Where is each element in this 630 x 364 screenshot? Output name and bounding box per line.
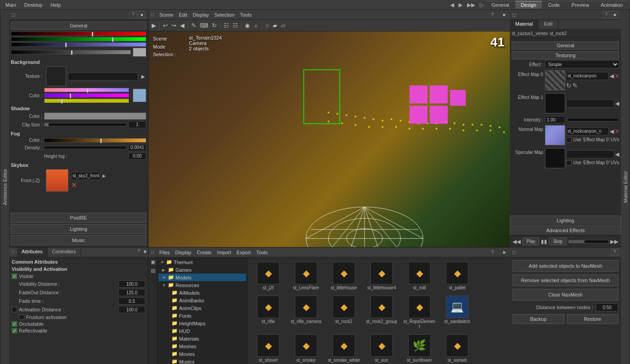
scene-menu-display[interactable]: Display (193, 12, 209, 18)
frustum-checkbox[interactable] (19, 315, 24, 320)
map0-reload-icon[interactable]: ↻ (566, 82, 572, 89)
pb-last-icon[interactable]: ▶▶ (610, 238, 618, 245)
tree-aimodels[interactable]: 📁 AIModels (158, 289, 246, 297)
fog-color-bar[interactable] (44, 138, 146, 143)
tree-movies[interactable]: 📁 Movies (158, 350, 246, 358)
ambience-close-btn[interactable]: ■ (138, 11, 145, 18)
nav-play-icon[interactable]: ▶ (457, 1, 464, 9)
stop-button[interactable]: Stop (549, 238, 567, 245)
color-bar-2[interactable] (44, 93, 129, 98)
tab-code[interactable]: Code (543, 1, 565, 9)
tree-hud[interactable]: 📁 HUD (158, 327, 246, 335)
file-st_shovel[interactable]: ◆ st_shovel (250, 333, 286, 364)
scene-menu-scene[interactable]: Scene (159, 12, 173, 18)
snap-icon[interactable]: ☷ (231, 22, 239, 29)
clip-size-value[interactable]: 1 (128, 121, 146, 128)
normal-map-arrow[interactable]: ◀ (610, 128, 614, 135)
menu-help[interactable]: Help (47, 1, 64, 9)
green-bar[interactable] (11, 37, 146, 41)
tree-fonts[interactable]: 📁 Fonts (158, 312, 246, 319)
file-st_pallet[interactable]: ◆ st_pallet (439, 260, 475, 292)
skybox-delete-btn[interactable]: ✕ (71, 181, 107, 189)
file-st_rock2[interactable]: ◆ st_rock2 (326, 294, 362, 331)
file-st_rifle_camera[interactable]: ◆ st_rifle_camera (288, 294, 324, 331)
de-strip-icon[interactable]: ▣ (151, 259, 155, 265)
effect-map1-value[interactable] (566, 99, 614, 108)
de-menu-tools[interactable]: Tools (256, 250, 268, 255)
specular-map-arrow[interactable]: ◀ (615, 151, 619, 157)
file-st_RopeElement[interactable]: ◆ st_RopeElement (401, 294, 437, 331)
tree-games[interactable]: ▶ 📁 Games (158, 266, 246, 274)
tree-heightmaps[interactable]: 📁 HeightMaps (158, 319, 246, 327)
shadow-color-bar[interactable] (44, 112, 146, 120)
texture-field[interactable] (68, 72, 138, 81)
file-st_littlehouse4[interactable]: ◆ st_littlehouse4 (364, 260, 400, 292)
paint-icon[interactable]: ✎ (190, 22, 198, 29)
grid-icon[interactable]: ☷ (222, 22, 230, 29)
tree-meshes[interactable]: 📁 Meshes (158, 342, 246, 350)
density-value[interactable]: 0.0041 (128, 144, 146, 151)
wire-icon[interactable]: ▱ (279, 22, 287, 29)
skybox-value[interactable]: st_sky2_front (71, 172, 100, 180)
specular-map-uv-checkbox[interactable] (566, 160, 572, 166)
map0-edit-icon[interactable]: ✎ (572, 82, 578, 89)
nav-prev-icon[interactable]: ◀ (449, 1, 455, 9)
tree-materials[interactable]: 📁 Materials (158, 335, 246, 342)
navmesh-remove-btn[interactable]: Remove selected objects from NavMesh (513, 274, 618, 286)
tab-preview[interactable]: Preview (566, 1, 594, 9)
attrs-close-btn[interactable]: ■ (142, 247, 148, 257)
scene-menu-edit[interactable]: Edit (179, 12, 187, 18)
effect-map0-arrow[interactable]: ◀ (610, 73, 614, 79)
nav-end-icon[interactable]: ▷ (478, 1, 485, 9)
normal-map-uv-checkbox[interactable] (566, 137, 572, 143)
texture-preview[interactable] (46, 66, 66, 86)
display-icon[interactable]: ▰ (271, 22, 279, 29)
file-st_smoke_white[interactable]: ◆ st_smoke_white (326, 333, 362, 364)
red-bar[interactable] (11, 31, 146, 36)
texture-arrow[interactable]: ► (140, 73, 146, 80)
file-st_rock2_group[interactable]: ◆ st_rock2_group (364, 294, 400, 331)
tree-resources[interactable]: ▼ 📁 Resources (158, 281, 246, 289)
render-icon[interactable]: ○ (264, 22, 270, 29)
file-st_rifle[interactable]: ◆ st_rifle (250, 294, 286, 331)
visible-checkbox[interactable]: ✓ (12, 274, 17, 279)
skybox-arrow[interactable]: ► (101, 173, 107, 179)
nav-next-icon[interactable]: ▶▶ (466, 1, 477, 9)
navmesh-distance-input[interactable] (596, 303, 618, 311)
normal-map-value[interactable]: st_rockcanyon_n (566, 127, 609, 135)
alpha-bar[interactable] (11, 50, 131, 54)
light-icon[interactable]: ☼ (252, 22, 260, 29)
file-st_j2f[interactable]: ◆ st_j2f (250, 260, 286, 292)
music-button[interactable]: Music (11, 235, 146, 245)
tab-attributes[interactable]: Attributes (17, 247, 47, 257)
select-tool-icon[interactable]: ▶ (150, 22, 158, 29)
ambience-help-btn[interactable]: ? (130, 11, 137, 18)
menu-desktop[interactable]: Desktop (21, 1, 46, 9)
color-bar-3[interactable] (44, 99, 129, 103)
material-help-btn[interactable]: ? (603, 11, 610, 18)
navmesh-clear-btn[interactable]: Clear NavMesh (513, 289, 618, 301)
pb-pause-icon[interactable]: ▮▮ (541, 238, 547, 245)
tree-models[interactable]: ▼ 📁 Models (158, 274, 246, 281)
intensity-input[interactable] (545, 116, 565, 123)
de-menu-create[interactable]: Create (197, 250, 212, 255)
de-menu-display[interactable]: Display (175, 250, 191, 255)
occludable-checkbox[interactable]: ✓ (12, 321, 17, 327)
file-st_sandwitch[interactable]: 💻 st_sandwitch (439, 294, 475, 331)
file-st_LensFlare[interactable]: ◆ st_LensFlare (288, 260, 324, 292)
scene-help-btn[interactable]: ? (489, 12, 495, 17)
clip-slider[interactable] (44, 123, 126, 126)
navmesh-add-btn[interactable]: Add selected objects to NavMesh (513, 260, 618, 272)
scene-close-btn[interactable]: ■ (501, 12, 507, 17)
lighting-btn[interactable]: Lighting (510, 216, 621, 225)
advanced-effects-btn[interactable]: Advanced Effects (510, 225, 621, 235)
de-strip-icon2[interactable]: ▤ (151, 268, 155, 274)
move-icon[interactable]: ⌨ (198, 22, 210, 29)
scene-menu-selection[interactable]: Selection (214, 12, 234, 18)
file-st_sun[interactable]: ◆ st_sun (364, 333, 400, 364)
fadeout-input[interactable] (118, 289, 145, 296)
file-st_sunflower[interactable]: 🌿 st_sunflower (401, 333, 437, 364)
vis-dist-input[interactable] (118, 280, 145, 288)
activation-checkbox[interactable] (12, 307, 17, 312)
scene-viewport[interactable]: Scene Mode Selection : st_Terrain1024 Ca… (148, 31, 510, 247)
